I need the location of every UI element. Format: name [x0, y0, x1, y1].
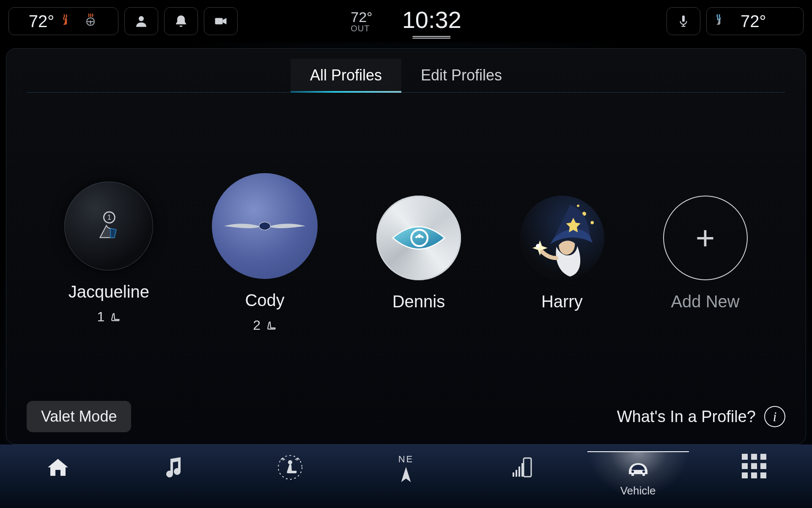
svg-rect-20 [521, 463, 523, 477]
apps-grid-icon [742, 454, 766, 478]
svg-rect-17 [513, 472, 514, 477]
driver-temp: 72° [29, 12, 55, 31]
svg-rect-3 [215, 18, 223, 25]
avatar-jacqueline: 1 [64, 182, 153, 271]
wings-badge-icon [222, 218, 307, 235]
avatar-harry [520, 196, 604, 280]
svg-point-13 [536, 244, 540, 248]
driver-climate-pill[interactable]: 72° [8, 7, 118, 35]
add-new-label: Add New [671, 292, 739, 311]
info-link-text: What's In a Profile? [617, 408, 756, 426]
profile-card-jacqueline[interactable]: 1 Jacqueline 1 [64, 182, 153, 325]
svg-point-22 [642, 470, 645, 473]
music-note-icon [160, 454, 187, 481]
profile-add-new[interactable]: + Add New [663, 196, 748, 311]
passenger-climate-pill[interactable]: 72° [706, 7, 804, 35]
center-status-cluster: 72° OUT 10:32 [351, 6, 461, 37]
main-area: All Profiles Edit Profiles 1 Jacqueline … [0, 42, 812, 444]
profiles-tabs: All Profiles Edit Profiles [27, 59, 785, 93]
tab-edit-profiles[interactable]: Edit Profiles [401, 59, 521, 92]
profile-name: Cody [245, 291, 284, 310]
profile-card-harry[interactable]: Harry [520, 196, 604, 311]
svg-rect-9 [418, 234, 420, 238]
valet-mode-button[interactable]: Valet Mode [27, 401, 131, 432]
outside-temp-value: 72° [351, 10, 372, 24]
plus-icon: + [696, 221, 715, 254]
nav-vehicle-label: Vehicle [620, 484, 656, 497]
nav-apps[interactable] [703, 451, 805, 478]
seat-number: 2 [253, 318, 261, 333]
wizard-avatar-icon [522, 198, 602, 278]
phone-signal-icon [508, 454, 535, 481]
bottom-nav: NE Vehicle [0, 444, 812, 508]
heated-seat-icon [61, 13, 76, 30]
svg-rect-16 [524, 458, 531, 477]
compass-arrow-icon [395, 465, 417, 487]
profile-name: Harry [541, 292, 583, 311]
profile-card-cody[interactable]: Cody 2 [212, 173, 318, 333]
heated-wheel-icon [83, 13, 98, 30]
bell-icon [173, 14, 189, 29]
eco-leaf-icon [389, 219, 448, 257]
svg-point-7 [259, 222, 271, 230]
nav-vehicle[interactable]: Vehicle [587, 451, 689, 497]
car-icon [625, 455, 652, 482]
profile-seat-caption: 1 [97, 309, 121, 325]
whats-in-profile-link[interactable]: What's In a Profile? i [617, 406, 785, 427]
profile-seat-caption: 2 [253, 318, 277, 333]
voice-button[interactable] [667, 7, 700, 35]
svg-rect-19 [518, 467, 520, 477]
svg-text:1: 1 [107, 213, 111, 221]
profile-name: Dennis [392, 292, 445, 311]
passenger-temp: 72° [741, 12, 766, 31]
svg-point-15 [288, 460, 292, 464]
cooled-seat-icon [714, 13, 730, 30]
driver-seat-icon: 1 [91, 209, 126, 243]
video-camera-icon [213, 14, 228, 29]
svg-point-2 [139, 16, 144, 21]
svg-point-12 [577, 204, 579, 207]
profile-shortcut-button[interactable] [124, 7, 158, 35]
nav-comfort[interactable] [239, 451, 341, 481]
nav-home[interactable] [7, 451, 109, 481]
home-icon [44, 454, 71, 481]
status-bar: 72° [0, 0, 812, 42]
svg-rect-18 [516, 470, 517, 477]
panel-footer: Valet Mode What's In a Profile? i [27, 401, 785, 434]
notifications-button[interactable] [164, 7, 198, 35]
profile-card-dennis[interactable]: Dennis [376, 196, 461, 311]
profile-name: Jacqueline [69, 282, 149, 301]
add-new-avatar: + [663, 196, 748, 280]
svg-point-21 [631, 470, 634, 473]
outside-temp-label: OUT [351, 24, 372, 33]
tab-all-profiles[interactable]: All Profiles [291, 59, 401, 92]
person-icon [134, 14, 149, 29]
seat-icon [109, 311, 121, 323]
avatar-dennis [376, 196, 461, 280]
seat-number: 1 [97, 309, 104, 325]
clock-block[interactable]: 10:32 [402, 6, 461, 37]
nav-media[interactable] [123, 451, 225, 481]
info-icon: i [764, 406, 785, 427]
svg-point-11 [590, 221, 594, 224]
profiles-row: 1 Jacqueline 1 [27, 93, 785, 401]
drag-handle-icon[interactable] [413, 36, 451, 37]
nav-navigation[interactable]: NE [355, 451, 457, 487]
seat-icon [265, 320, 277, 331]
outside-temp-block[interactable]: 72° OUT [351, 10, 372, 33]
profiles-panel: All Profiles Edit Profiles 1 Jacqueline … [6, 48, 806, 444]
svg-rect-4 [682, 16, 685, 22]
camera-button[interactable] [204, 7, 238, 35]
compass-heading-label: NE [398, 454, 414, 465]
seat-climate-icon [277, 454, 304, 481]
microphone-icon [676, 14, 691, 29]
avatar-cody [212, 173, 318, 279]
nav-phone[interactable] [471, 451, 573, 481]
clock-time: 10:32 [402, 6, 461, 33]
